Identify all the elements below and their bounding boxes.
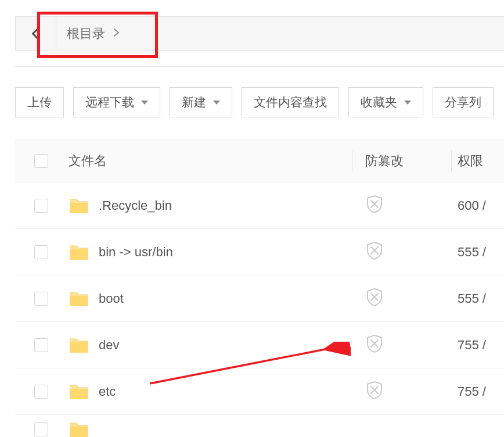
file-name-cell[interactable]: .Recycle_bin xyxy=(69,197,353,214)
upload-button[interactable]: 上传 xyxy=(15,87,64,117)
file-name-label: etc xyxy=(99,384,116,399)
svg-rect-4 xyxy=(70,389,88,399)
tamper-cell[interactable] xyxy=(353,334,452,356)
shield-off-icon xyxy=(366,381,383,399)
table-header: 文件名 防篡改 权限 xyxy=(15,139,504,182)
folder-icon xyxy=(69,290,89,307)
arrow-left-icon xyxy=(30,27,42,40)
select-all-checkbox[interactable] xyxy=(34,154,48,168)
upload-label: 上传 xyxy=(27,94,52,110)
shield-off-icon xyxy=(366,241,383,260)
share-list-button[interactable]: 分享列 xyxy=(433,87,494,117)
favorites-label: 收藏夹 xyxy=(361,94,397,110)
perm-cell: 755 / xyxy=(452,338,504,353)
perm-cell: 555 / xyxy=(452,291,504,306)
table-row[interactable]: etc755 / xyxy=(15,368,504,415)
tamper-cell[interactable] xyxy=(353,288,452,310)
breadcrumb-back-button[interactable] xyxy=(16,17,56,51)
file-name-label: .Recycle_bin xyxy=(99,198,172,213)
table-row[interactable] xyxy=(15,415,504,437)
file-name-label: dev xyxy=(99,338,119,353)
breadcrumb-root-label: 根目录 xyxy=(67,25,105,42)
tamper-cell[interactable] xyxy=(353,241,452,263)
file-name-label: boot xyxy=(99,291,124,306)
table-row[interactable]: bin -> usr/bin555 / xyxy=(15,229,504,275)
row-checkbox[interactable] xyxy=(34,292,48,306)
perm-cell: 555 / xyxy=(452,245,504,260)
remote-download-label: 远程下载 xyxy=(85,94,134,110)
shield-off-icon xyxy=(366,195,383,213)
file-name-cell[interactable]: boot xyxy=(69,290,353,307)
remote-download-button[interactable]: 远程下载 xyxy=(73,87,160,117)
new-label: 新建 xyxy=(182,94,206,110)
row-checkbox[interactable] xyxy=(34,385,48,399)
svg-rect-2 xyxy=(70,296,88,306)
chevron-right-icon xyxy=(113,28,120,40)
table-row[interactable]: dev755 / xyxy=(15,322,504,368)
share-list-label: 分享列 xyxy=(445,94,481,110)
shield-off-icon xyxy=(366,334,383,353)
file-name-cell[interactable] xyxy=(69,421,353,438)
breadcrumb-root[interactable]: 根目录 xyxy=(56,17,126,51)
file-name-cell[interactable]: etc xyxy=(69,383,353,400)
divider xyxy=(15,66,504,67)
content-search-button[interactable]: 文件内容查找 xyxy=(242,87,339,117)
tamper-cell[interactable] xyxy=(353,195,452,217)
shield-off-icon xyxy=(366,288,383,306)
folder-icon xyxy=(69,421,89,438)
content-search-label: 文件内容查找 xyxy=(254,94,327,110)
tamper-cell[interactable] xyxy=(353,381,452,403)
new-button[interactable]: 新建 xyxy=(170,87,232,117)
file-table: 文件名 防篡改 权限 .Recycle_bin600 /bin -> usr/b… xyxy=(15,139,504,437)
folder-icon xyxy=(69,243,89,261)
folder-icon xyxy=(69,336,89,354)
row-checkbox[interactable] xyxy=(34,422,48,436)
row-checkbox[interactable] xyxy=(34,199,48,213)
chevron-down-icon xyxy=(141,101,148,105)
file-name-label: bin -> usr/bin xyxy=(99,245,173,260)
file-name-cell[interactable]: dev xyxy=(69,336,353,354)
header-name[interactable]: 文件名 xyxy=(67,152,352,170)
file-name-cell[interactable]: bin -> usr/bin xyxy=(69,243,353,261)
toolbar: 上传 远程下载 新建 文件内容查找 收藏夹 分享列 xyxy=(15,87,504,117)
favorites-button[interactable]: 收藏夹 xyxy=(348,87,423,117)
chevron-down-icon xyxy=(404,101,411,105)
header-tamper[interactable]: 防篡改 xyxy=(352,152,451,170)
table-row[interactable]: boot555 / xyxy=(15,275,504,322)
row-checkbox[interactable] xyxy=(34,245,48,259)
breadcrumb-bar: 根目录 xyxy=(15,16,504,51)
folder-icon xyxy=(69,197,89,214)
chevron-down-icon xyxy=(213,101,220,105)
svg-rect-3 xyxy=(70,342,88,353)
svg-rect-5 xyxy=(70,427,88,437)
row-checkbox[interactable] xyxy=(34,338,48,352)
header-perm[interactable]: 权限 xyxy=(452,152,504,170)
table-row[interactable]: .Recycle_bin600 / xyxy=(15,182,504,229)
folder-icon xyxy=(69,383,89,400)
svg-rect-0 xyxy=(70,203,88,213)
perm-cell: 755 / xyxy=(452,384,504,399)
svg-rect-1 xyxy=(70,249,88,260)
perm-cell: 600 / xyxy=(452,198,504,213)
